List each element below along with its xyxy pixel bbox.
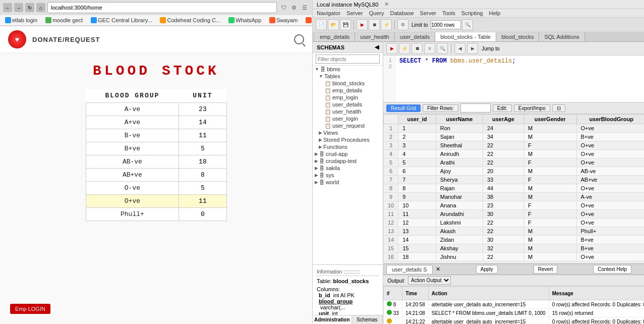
limit-rows-input[interactable] <box>431 20 461 29</box>
schema-sys[interactable]: ▶ 🗄 sys <box>313 172 383 179</box>
menu-query[interactable]: Query <box>369 10 384 16</box>
col-user-gender[interactable]: userGender <box>523 115 576 124</box>
table-row[interactable]: 14 14 Zidan 30 M B+ve 6821478596 <box>384 236 645 244</box>
collapse-icon[interactable]: ◀ <box>375 44 379 50</box>
table-emp-details[interactable]: 📋 emp_details <box>313 87 383 94</box>
bookmark-swayam[interactable]: Swayam <box>266 16 301 24</box>
table-emp-login[interactable]: 📋 emp_login <box>313 94 383 101</box>
filter-rows-input[interactable] <box>460 103 491 113</box>
menu-help[interactable]: Help <box>489 10 500 16</box>
wrap-button[interactable]: ⊡ <box>552 104 565 112</box>
bc-tab-blood-stocks-table[interactable]: blood_stocks - Table <box>435 32 496 41</box>
menu-scripting[interactable]: Scripting <box>461 10 483 16</box>
table-row[interactable]: 4 4 Anirudh 22 M O+ve 9854766524 <box>384 150 645 158</box>
edit-button[interactable]: Edit: <box>493 104 512 112</box>
context-help-button[interactable]: Context Help <box>593 265 631 274</box>
menu-server2[interactable]: Server <box>420 10 436 16</box>
bookmark-classes[interactable]: Classes <box>303 16 312 24</box>
schema-crudapp-test[interactable]: ▶ 🗄 crudapp-test <box>313 157 383 165</box>
functions-group[interactable]: ▶ Functions <box>313 143 383 150</box>
bookmark-whatsapp[interactable]: WhatsApp <box>225 16 264 24</box>
extensions-icon[interactable]: ⚙ <box>289 3 299 12</box>
menu-tools[interactable]: Tools <box>442 10 455 16</box>
table-user-request[interactable]: 📋 user_request <box>313 122 383 129</box>
bookmark-codeheat[interactable]: Codeheat Coding C... <box>157 16 223 24</box>
filter-objects-input[interactable] <box>316 55 380 64</box>
bookmark-moodle[interactable]: moodle gect <box>42 16 86 24</box>
table-row[interactable]: 12 12 Lakshmi 22 F O+ve 6823478514 <box>384 219 645 227</box>
col-user-age[interactable]: userAge <box>483 115 523 124</box>
menu-icon[interactable]: ☰ <box>300 3 309 12</box>
table-row[interactable]: 13 13 Akash 22 M Phull+ 9851789576 <box>384 227 645 236</box>
result-grid-button[interactable]: Result Grid <box>386 104 421 112</box>
table-row[interactable]: 1 1 Ron 24 M O+ve 9847561245 <box>384 124 645 133</box>
bc-tab-blood-stocks[interactable]: blood_stocks <box>496 32 539 41</box>
bookmark-library[interactable]: GEC Central Library... <box>88 16 155 24</box>
toolbar-stop[interactable]: ⏹ <box>369 19 380 30</box>
toolbar-open[interactable]: 📂 <box>328 19 339 30</box>
table-row[interactable]: 2 2 Sajan 34 M B+ve 9647863561 <box>384 133 645 141</box>
export-import-button[interactable]: Export/Impo <box>514 104 550 112</box>
toolbar-execute-explain[interactable]: ⚡ <box>381 19 392 30</box>
menu-database[interactable]: Database <box>390 10 414 16</box>
table-row[interactable]: 6 6 Ajoy 20 M AB-ve 9854756418 <box>384 167 645 176</box>
address-bar[interactable] <box>47 2 277 13</box>
table-row[interactable]: 7 7 Sherya 33 F AB+ve 9847512457 <box>384 176 645 184</box>
table-row[interactable]: 15 15 Akshay 32 M B+ve 9668745219 <box>384 244 645 253</box>
table-row[interactable]: 9 9 Manohar 38 M A-ve 9857462541 <box>384 193 645 201</box>
forward-button[interactable]: → <box>14 3 23 12</box>
menu-server[interactable]: Server <box>346 10 363 16</box>
reload-button[interactable]: ↻ <box>25 3 34 12</box>
stored-procedures-group[interactable]: ▶ Stored Procedures <box>313 136 383 143</box>
col-user-id[interactable]: user_id <box>398 115 436 124</box>
close-tab-icon[interactable]: ✕ <box>436 266 440 273</box>
table-row[interactable]: 3 3 Sheethal 22 F O+ve 6247285479 <box>384 141 645 150</box>
find-button[interactable]: 🔍 <box>437 43 448 54</box>
home-button[interactable]: ⌂ <box>36 3 45 12</box>
toolbar-save[interactable]: 💾 <box>340 19 351 30</box>
next-button[interactable]: ▶ <box>467 43 478 54</box>
search-icon[interactable] <box>294 34 304 44</box>
bookmark-etlab[interactable]: etlab login <box>2 16 40 24</box>
menu-navigator[interactable]: Navigator <box>317 10 340 16</box>
table-user-login[interactable]: 📋 user_login <box>313 115 383 122</box>
table-row[interactable]: 10 10 Anana 23 F O+ve 9845168442 <box>384 201 645 210</box>
schema-world[interactable]: ▶ 🗄 world <box>313 179 383 186</box>
action-output-select[interactable]: Action Output <box>408 276 451 285</box>
toolbar-zoom[interactable]: 🔍 <box>462 19 473 30</box>
format-sql-button[interactable]: ≡ <box>424 43 435 54</box>
filter-rows-button[interactable]: Filter Rows: <box>423 104 458 112</box>
user-details-tab[interactable]: user_details S <box>386 265 433 274</box>
schema-crud-app[interactable]: ▶ 🗄 crud-app <box>313 150 383 157</box>
bc-tab-sql-additions[interactable]: SQL Additions <box>539 32 584 41</box>
table-row[interactable]: 5 5 Arathi 22 F O+ve 6248756418 <box>384 158 645 167</box>
table-row[interactable]: 11 11 Arundathi 30 F O+ve 6847125489 <box>384 210 645 219</box>
toolbar-new-query[interactable]: 📄 <box>316 19 327 30</box>
views-group[interactable]: ▶ Views <box>313 129 383 136</box>
table-user-health[interactable]: 📋 user_health <box>313 108 383 115</box>
prev-button[interactable]: ◀ <box>454 43 465 54</box>
toolbar-execute[interactable]: ▶ <box>357 19 368 30</box>
toolbar-settings[interactable]: ⚙ <box>397 19 408 30</box>
sql-editor-area[interactable]: SELECT * FROM bbms.user_details; <box>395 56 644 102</box>
back-button[interactable]: ← <box>3 3 12 12</box>
table-user-details[interactable]: 📋 user_details <box>313 101 383 108</box>
table-row[interactable]: 16 18 Jishnu 22 M O+ve 9400804624 <box>384 253 645 261</box>
emp-login-button[interactable]: Emp LOGIN <box>10 304 50 314</box>
run-explain-button[interactable]: ⚡ <box>399 43 410 54</box>
schema-sakila[interactable]: ▶ 🗄 sakila <box>313 165 383 172</box>
schema-bbms[interactable]: ▼ 🗄 bbms <box>313 66 383 73</box>
revert-button[interactable]: Revert <box>534 265 557 274</box>
run-query-button[interactable]: ▶ <box>386 43 397 54</box>
table-blood-stocks[interactable]: 📋 blood_stocks <box>313 80 383 87</box>
schema-tables-group[interactable]: ▼ Tables <box>313 73 383 80</box>
bc-tab-emp-details[interactable]: emp_details <box>315 32 355 41</box>
col-blood-group[interactable]: userBloodGroup <box>576 115 644 124</box>
bc-tab-user-health[interactable]: user_health <box>355 32 395 41</box>
apply-button[interactable]: Apply <box>476 265 498 274</box>
schemas-tab[interactable]: Schemas <box>352 315 383 324</box>
donate-request-link[interactable]: DONATE/REQUEST <box>32 36 100 43</box>
bc-tab-user-details[interactable]: user_details <box>395 32 435 41</box>
stop-query-button[interactable]: ⏹ <box>412 43 423 54</box>
col-user-name[interactable]: userName <box>436 115 483 124</box>
